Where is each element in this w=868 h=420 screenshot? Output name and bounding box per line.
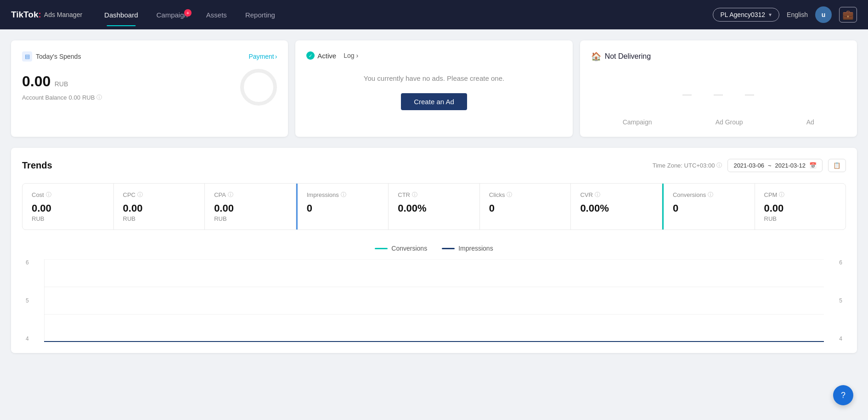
legend-conversions: Conversions xyxy=(375,245,427,252)
date-start: 2021-03-06 xyxy=(733,162,764,169)
metric-cvr-value: 0.00% xyxy=(580,202,653,214)
spends-amount-row: 0.00 RUB xyxy=(22,73,240,90)
yaxis-right-6: 6 xyxy=(839,259,842,266)
chart-legend: Conversions Impressions xyxy=(22,245,846,252)
language-selector[interactable]: English xyxy=(787,11,808,18)
avatar[interactable]: u xyxy=(815,6,832,23)
nd-bar-chart xyxy=(591,73,846,100)
nav-right: PL Agency0312 ▾ English u 💼 xyxy=(713,6,857,23)
briefcase-icon[interactable]: 💼 xyxy=(839,7,857,22)
not-delivering-title: Not Delivering xyxy=(605,52,651,61)
brand-logo: TikTok: Ads Manager xyxy=(11,10,82,20)
active-status-icon xyxy=(306,51,315,60)
yaxis-right-4: 4 xyxy=(839,336,842,342)
nd-campaign-label: Campaign xyxy=(623,118,652,126)
legend-impressions-label: Impressions xyxy=(458,245,493,252)
active-label: Active xyxy=(317,52,336,60)
nd-campaign-col xyxy=(673,77,701,95)
nd-ad-label: Ad xyxy=(806,118,814,126)
metric-cvr-label: CVR xyxy=(580,191,592,198)
trends-title: Trends xyxy=(22,160,52,171)
chart-container: 6 5 4 6 5 4 xyxy=(22,259,846,342)
todays-spends-card: ▤ Today's Spends Payment › 0.00 RUB Acco… xyxy=(11,40,288,137)
nav-campaign[interactable]: Campaign + xyxy=(149,7,195,22)
metric-cpc-value: 0.00 xyxy=(123,202,196,214)
balance-help-icon[interactable]: ⓘ xyxy=(96,94,102,101)
top-cards-row: ▤ Today's Spends Payment › 0.00 RUB Acco… xyxy=(11,40,857,137)
not-delivering-card: 🏠 Not Delivering xyxy=(580,40,857,137)
date-range-picker[interactable]: 2021-03-06 ~ 2021-03-12 📅 xyxy=(727,159,823,172)
cpc-help-icon[interactable]: ⓘ xyxy=(137,191,143,199)
metric-impressions-label: Impressions xyxy=(307,191,339,198)
chart-yaxis-right: 6 5 4 xyxy=(835,259,846,342)
navbar: TikTok: Ads Manager Dashboard Campaign +… xyxy=(0,0,868,29)
metric-cpa: CPA ⓘ 0.00 RUB xyxy=(205,184,296,230)
nav-links: Dashboard Campaign + Assets Reporting xyxy=(97,7,698,22)
nd-ad-col xyxy=(736,77,763,95)
metric-clicks: Clicks ⓘ 0 xyxy=(480,184,571,230)
active-card: Active Log › You currently have no ads. … xyxy=(295,40,572,137)
timezone-label: Time Zone: UTC+03:00 ⓘ xyxy=(653,162,722,169)
spends-body: 0.00 RUB Account Balance 0.00 RUB ⓘ xyxy=(22,69,277,106)
metrics-row: Cost ⓘ 0.00 RUB CPC ⓘ 0.00 RUB CPA ⓘ xyxy=(22,183,846,230)
clicks-help-icon[interactable]: ⓘ xyxy=(507,191,512,199)
nav-assets[interactable]: Assets xyxy=(199,7,234,22)
account-selector[interactable]: PL Agency0312 ▾ xyxy=(713,8,780,22)
metric-cvr: CVR ⓘ 0.00% xyxy=(571,184,662,230)
timezone-help-icon[interactable]: ⓘ xyxy=(716,162,722,169)
metric-conversions: Conversions ⓘ 0 xyxy=(662,184,755,230)
nd-adgroup-col xyxy=(705,77,732,95)
main-content: ▤ Today's Spends Payment › 0.00 RUB Acco… xyxy=(0,29,868,364)
metric-cost-value: 0.00 xyxy=(32,202,104,214)
metric-clicks-label: Clicks xyxy=(489,191,505,198)
cvr-help-icon[interactable]: ⓘ xyxy=(595,191,600,199)
spends-amount: 0.00 xyxy=(22,73,51,90)
metric-cpm: CPM ⓘ 0.00 RUB xyxy=(755,184,846,230)
nd-column-labels: Campaign Ad Group Ad xyxy=(591,118,846,126)
metric-conversions-label: Conversions xyxy=(673,191,706,198)
legend-impressions: Impressions xyxy=(442,245,493,252)
active-badge: Active xyxy=(306,51,336,60)
metric-impressions: Impressions ⓘ 0 xyxy=(296,184,389,230)
metric-cpc-unit: RUB xyxy=(123,215,196,222)
nd-ad-bar xyxy=(745,95,754,95)
export-button[interactable]: 📋 xyxy=(828,159,846,172)
metric-cpa-value: 0.00 xyxy=(214,202,287,214)
metric-cpc: CPC ⓘ 0.00 RUB xyxy=(114,184,205,230)
nav-dashboard[interactable]: Dashboard xyxy=(97,7,145,22)
legend-conversions-label: Conversions xyxy=(391,245,427,252)
cpa-help-icon[interactable]: ⓘ xyxy=(228,191,233,199)
metric-ctr-label: CTR xyxy=(398,191,410,198)
spends-card-header: ▤ Today's Spends Payment › xyxy=(22,51,277,62)
impressions-line-icon xyxy=(442,248,455,249)
create-ad-button[interactable]: Create an Ad xyxy=(401,93,467,110)
log-link[interactable]: Log › xyxy=(344,52,358,59)
trends-controls: Time Zone: UTC+03:00 ⓘ 2021-03-06 ~ 2021… xyxy=(653,159,846,172)
account-balance: Account Balance 0.00 RUB ⓘ xyxy=(22,94,240,101)
calendar-icon: 📅 xyxy=(809,162,817,169)
spends-title-group: ▤ Today's Spends xyxy=(22,51,81,62)
cpm-help-icon[interactable]: ⓘ xyxy=(779,191,784,199)
campaign-badge: + xyxy=(184,9,192,17)
payment-link[interactable]: Payment › xyxy=(248,53,277,60)
metric-cpm-label: CPM xyxy=(764,191,778,198)
chevron-right-icon: › xyxy=(275,53,277,60)
metric-cpc-label: CPC xyxy=(123,191,135,198)
cost-help-icon[interactable]: ⓘ xyxy=(46,191,51,199)
date-end: 2021-03-12 xyxy=(775,162,806,169)
ctr-help-icon[interactable]: ⓘ xyxy=(412,191,417,199)
nav-reporting[interactable]: Reporting xyxy=(238,7,282,22)
chart-yaxis-left: 6 5 4 xyxy=(22,259,33,342)
trends-section: Trends Time Zone: UTC+03:00 ⓘ 2021-03-06… xyxy=(11,148,857,353)
balance-value: 0.00 xyxy=(69,94,80,101)
nd-adgroup-label: Ad Group xyxy=(716,118,743,126)
metric-clicks-value: 0 xyxy=(489,202,562,214)
date-separator: ~ xyxy=(768,162,772,169)
metric-cost: Cost ⓘ 0.00 RUB xyxy=(23,184,114,230)
chevron-right-icon: › xyxy=(356,52,359,59)
yaxis-left-6: 6 xyxy=(26,259,29,266)
conversions-help-icon[interactable]: ⓘ xyxy=(708,191,713,199)
metric-cpm-value: 0.00 xyxy=(764,202,837,214)
yaxis-left-5: 5 xyxy=(26,297,29,304)
impressions-help-icon[interactable]: ⓘ xyxy=(341,191,346,199)
